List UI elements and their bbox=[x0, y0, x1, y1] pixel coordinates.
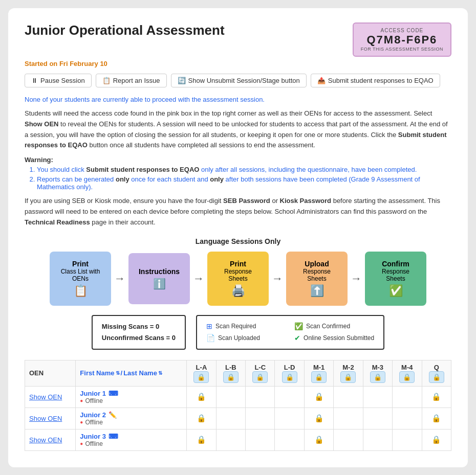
unconfirmed-scans-label: Unconfirmed Scans = 0 bbox=[102, 332, 176, 344]
steps-row: Print Class List with OENs 📋 → Instructi… bbox=[25, 252, 451, 306]
session-cell: 🔒 bbox=[422, 386, 451, 408]
lastname-sort-icon[interactable]: ⇅ bbox=[158, 370, 162, 376]
scan-confirmed-icon: ✅ bbox=[294, 322, 303, 330]
student-status: ●Offline bbox=[80, 419, 182, 426]
legend-scan-required: ⊞ Scan Required bbox=[206, 321, 286, 332]
lock-la-header[interactable]: 🔒 bbox=[193, 371, 209, 383]
toolbar: ⏸ Pause Session 📋 Report an Issue 🔄 Show… bbox=[25, 74, 451, 87]
step-upload-response[interactable]: Upload Response Sheets ⬆️ bbox=[286, 252, 348, 306]
lock-m4-header[interactable]: 🔒 bbox=[399, 371, 415, 383]
warning-title: Warning: bbox=[25, 156, 451, 164]
access-code-box: ACCESS CODE Q7M8-F6P6 FOR THIS ASSESSMEN… bbox=[353, 22, 451, 57]
lock-m2-header[interactable]: 🔒 bbox=[340, 371, 356, 383]
student-device-icon: ✏️ bbox=[109, 411, 117, 419]
legend-scan-uploaded: 📄 Scan Uploaded bbox=[206, 333, 286, 344]
lock-m3-header[interactable]: 🔒 bbox=[370, 371, 385, 383]
student-name: Junior 2 ✏️ bbox=[80, 411, 182, 419]
col-header-m1: M-1 🔒 bbox=[304, 360, 333, 386]
lock-icon[interactable]: 🔒 bbox=[314, 392, 324, 401]
step-instructions-label: Instructions bbox=[139, 267, 180, 276]
legend-scan-confirmed: ✅ Scan Confirmed bbox=[294, 321, 374, 332]
arrow-2: → bbox=[193, 272, 204, 285]
student-status: ●Offline bbox=[80, 440, 182, 447]
blue-notice: None of your students are currently able… bbox=[25, 96, 451, 103]
arrow-3: → bbox=[272, 272, 283, 285]
student-device-icon: ⌨ bbox=[109, 390, 118, 397]
warning-item-1: You should click Submit student response… bbox=[37, 166, 451, 173]
session-cell bbox=[246, 408, 275, 429]
report-issue-button[interactable]: 📋 Report an Issue bbox=[96, 74, 167, 87]
step-confirm-response[interactable]: Confirm Response Sheets ✅ bbox=[365, 252, 426, 306]
step-print-response[interactable]: Print Response Sheets 🖨️ bbox=[207, 252, 269, 306]
table-row: Show OENJunior 1 ⌨●Offline🔒🔒🔒 bbox=[25, 386, 451, 408]
session-cell bbox=[334, 408, 363, 429]
step-upload-label: Upload bbox=[305, 260, 329, 268]
session-cell: 🔒 bbox=[187, 386, 216, 408]
step-print-class-list[interactable]: Print Class List with OENs 📋 bbox=[50, 252, 111, 306]
step-print-label: Print bbox=[72, 260, 89, 268]
lock-icon[interactable]: 🔒 bbox=[431, 414, 441, 422]
lock-icon[interactable]: 🔒 bbox=[431, 392, 441, 401]
page-title: Junior Operational Assessment bbox=[25, 22, 225, 38]
session-cell: 🔒 bbox=[422, 429, 451, 450]
lock-icon[interactable]: 🔒 bbox=[314, 435, 324, 444]
confirm-icon: ✅ bbox=[389, 284, 403, 298]
submit-eqao-button[interactable]: 📤 Submit student responses to EQAO bbox=[311, 74, 440, 87]
lock-ld-header[interactable]: 🔒 bbox=[282, 371, 297, 383]
session-cell bbox=[393, 408, 422, 429]
lock-icon[interactable]: 🔒 bbox=[197, 435, 206, 444]
step-confirm-label: Confirm bbox=[382, 260, 409, 268]
student-name: Junior 1 ⌨ bbox=[80, 390, 182, 397]
missing-scans-box: Missing Scans = 0 Unconfirmed Scans = 0 bbox=[92, 315, 186, 350]
warning-item-2: Reports can be generated only once for e… bbox=[37, 175, 451, 191]
instructions-icon: ℹ️ bbox=[153, 278, 166, 290]
pause-icon: ⏸ bbox=[31, 77, 38, 84]
session-cell bbox=[275, 408, 304, 429]
table-section: OEN First Name ⇅ / Last Name ⇅ L-A bbox=[25, 360, 451, 451]
submit-icon: 📤 bbox=[317, 77, 326, 84]
lock-m1-header[interactable]: 🔒 bbox=[311, 371, 327, 383]
print-response-icon: 🖨️ bbox=[231, 284, 245, 298]
firstname-sort-icon[interactable]: ⇅ bbox=[116, 370, 120, 376]
session-cell bbox=[334, 386, 363, 408]
session-cell: 🔒 bbox=[304, 408, 333, 429]
col-header-lb: L-B 🔒 bbox=[216, 360, 245, 386]
legend-box: ⊞ Scan Required ✅ Scan Confirmed 📄 Scan … bbox=[196, 315, 384, 350]
col-header-m3: M-3 🔒 bbox=[363, 360, 392, 386]
lock-lc-header[interactable]: 🔒 bbox=[252, 371, 268, 383]
report-icon: 📋 bbox=[102, 77, 111, 84]
step-print-sublabel: Class List with OENs bbox=[57, 268, 104, 282]
session-cell bbox=[334, 429, 363, 450]
lock-icon[interactable]: 🔒 bbox=[197, 414, 206, 422]
step-upload-sublabel: Response Sheets bbox=[293, 268, 340, 282]
lock-icon[interactable]: 🔒 bbox=[197, 392, 206, 401]
lock-icon[interactable]: 🔒 bbox=[431, 435, 441, 444]
session-cell: 🔒 bbox=[187, 408, 216, 429]
legend-online-submitted: ✔ Online Session Submitted bbox=[294, 333, 374, 344]
online-submitted-icon: ✔ bbox=[294, 334, 300, 342]
session-cell bbox=[275, 386, 304, 408]
session-cell bbox=[216, 429, 245, 450]
language-sessions-title: Language Sessions Only bbox=[25, 237, 451, 245]
session-cell bbox=[363, 386, 392, 408]
show-unsubmit-button[interactable]: 🔄 Show Unsubmit Session/Stage button bbox=[171, 74, 307, 87]
session-cell bbox=[363, 408, 392, 429]
upload-icon: ⬆️ bbox=[310, 284, 324, 298]
show-oen-button[interactable]: Show OEN bbox=[29, 415, 62, 422]
missing-scans-label: Missing Scans = 0 bbox=[102, 321, 176, 332]
access-code-value: Q7M8-F6P6 bbox=[361, 33, 443, 47]
scan-uploaded-icon: 📄 bbox=[206, 334, 215, 342]
print-list-icon: 📋 bbox=[74, 284, 88, 298]
show-oen-button[interactable]: Show OEN bbox=[29, 436, 62, 444]
stats-row: Missing Scans = 0 Unconfirmed Scans = 0 … bbox=[25, 315, 451, 350]
pause-session-button[interactable]: ⏸ Pause Session bbox=[25, 74, 92, 87]
show-oen-button[interactable]: Show OEN bbox=[29, 393, 62, 401]
lock-q-header[interactable]: 🔒 bbox=[429, 371, 444, 383]
arrow-1: → bbox=[114, 272, 125, 285]
session-cell bbox=[393, 429, 422, 450]
step-instructions[interactable]: Instructions ℹ️ bbox=[128, 253, 190, 304]
col-header-m2: M-2 🔒 bbox=[334, 360, 363, 386]
lock-icon[interactable]: 🔒 bbox=[314, 414, 324, 422]
lock-lb-header[interactable]: 🔒 bbox=[223, 371, 239, 383]
session-cell bbox=[216, 386, 245, 408]
